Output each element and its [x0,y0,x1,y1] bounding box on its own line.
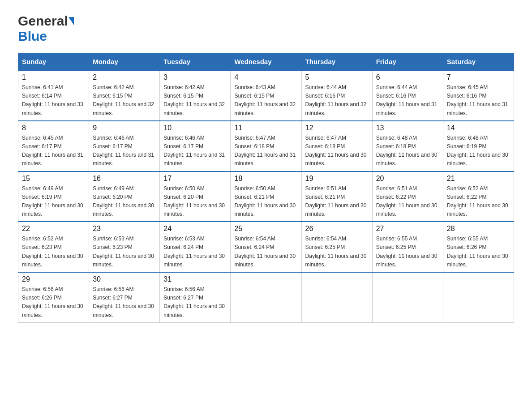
day-number: 25 [234,225,297,233]
calendar-cell: 21 Sunrise: 6:52 AM Sunset: 6:22 PM Dayl… [443,171,514,222]
calendar-cell: 8 Sunrise: 6:45 AM Sunset: 6:17 PM Dayli… [18,121,89,171]
day-info: Sunrise: 6:50 AM Sunset: 6:21 PM Dayligh… [234,184,297,219]
calendar-cell: 24 Sunrise: 6:53 AM Sunset: 6:24 PM Dayl… [160,222,231,272]
calendar-cell: 28 Sunrise: 6:55 AM Sunset: 6:26 PM Dayl… [443,222,514,272]
day-info: Sunrise: 6:47 AM Sunset: 6:18 PM Dayligh… [234,134,297,168]
calendar-cell [231,272,301,322]
day-info: Sunrise: 6:41 AM Sunset: 6:14 PM Dayligh… [22,83,85,118]
calendar-cell: 7 Sunrise: 6:45 AM Sunset: 6:16 PM Dayli… [443,70,514,121]
day-info: Sunrise: 6:45 AM Sunset: 6:17 PM Dayligh… [22,134,85,168]
day-info: Sunrise: 6:53 AM Sunset: 6:23 PM Dayligh… [93,235,156,269]
day-number: 16 [93,175,156,183]
day-number: 14 [447,124,510,132]
calendar-cell: 25 Sunrise: 6:54 AM Sunset: 6:24 PM Dayl… [231,222,301,272]
day-number: 22 [22,225,85,233]
day-number: 10 [163,124,227,132]
day-info: Sunrise: 6:51 AM Sunset: 6:22 PM Dayligh… [376,184,439,219]
day-number: 1 [22,73,85,81]
day-info: Sunrise: 6:52 AM Sunset: 6:23 PM Dayligh… [22,235,85,269]
day-info: Sunrise: 6:44 AM Sunset: 6:16 PM Dayligh… [376,83,439,118]
day-number: 28 [447,225,510,233]
day-info: Sunrise: 6:42 AM Sunset: 6:15 PM Dayligh… [93,83,156,118]
calendar-header-row: SundayMondayTuesdayWednesdayThursdayFrid… [18,53,514,71]
logo: General Blue [18,13,74,44]
calendar-week-row: 29 Sunrise: 6:56 AM Sunset: 6:26 PM Dayl… [18,272,514,322]
calendar-cell: 1 Sunrise: 6:41 AM Sunset: 6:14 PM Dayli… [18,70,89,121]
calendar-cell [301,272,372,322]
calendar-header-wednesday: Wednesday [231,53,301,71]
calendar-cell: 6 Sunrise: 6:44 AM Sunset: 6:16 PM Dayli… [372,70,443,121]
calendar-cell: 5 Sunrise: 6:44 AM Sunset: 6:16 PM Dayli… [301,70,372,121]
day-number: 4 [234,73,297,81]
calendar-header-monday: Monday [89,53,160,71]
logo-arrow-icon [69,17,74,25]
calendar-cell: 10 Sunrise: 6:46 AM Sunset: 6:17 PM Dayl… [160,121,231,171]
day-number: 26 [305,225,369,233]
calendar-cell: 20 Sunrise: 6:51 AM Sunset: 6:22 PM Dayl… [372,171,443,222]
day-number: 19 [305,175,369,183]
day-number: 9 [93,124,156,132]
day-number: 30 [93,275,156,283]
day-info: Sunrise: 6:46 AM Sunset: 6:17 PM Dayligh… [163,134,227,168]
calendar-cell: 3 Sunrise: 6:42 AM Sunset: 6:15 PM Dayli… [160,70,231,121]
calendar-header-sunday: Sunday [18,53,89,71]
calendar-cell: 17 Sunrise: 6:50 AM Sunset: 6:20 PM Dayl… [160,171,231,222]
day-info: Sunrise: 6:42 AM Sunset: 6:15 PM Dayligh… [163,83,227,118]
logo-text-blue: Blue [18,29,47,44]
day-info: Sunrise: 6:51 AM Sunset: 6:21 PM Dayligh… [305,184,369,219]
day-info: Sunrise: 6:56 AM Sunset: 6:26 PM Dayligh… [22,285,85,320]
day-info: Sunrise: 6:55 AM Sunset: 6:25 PM Dayligh… [376,235,439,269]
calendar-cell: 2 Sunrise: 6:42 AM Sunset: 6:15 PM Dayli… [89,70,160,121]
day-number: 6 [376,73,439,81]
calendar-cell: 26 Sunrise: 6:54 AM Sunset: 6:25 PM Dayl… [301,222,372,272]
page-header: General Blue [18,13,514,44]
day-info: Sunrise: 6:55 AM Sunset: 6:26 PM Dayligh… [447,235,510,269]
day-info: Sunrise: 6:50 AM Sunset: 6:20 PM Dayligh… [163,184,227,219]
calendar-cell: 19 Sunrise: 6:51 AM Sunset: 6:21 PM Dayl… [301,171,372,222]
calendar-cell: 12 Sunrise: 6:47 AM Sunset: 6:18 PM Dayl… [301,121,372,171]
day-info: Sunrise: 6:53 AM Sunset: 6:24 PM Dayligh… [163,235,227,269]
calendar-cell: 18 Sunrise: 6:50 AM Sunset: 6:21 PM Dayl… [231,171,301,222]
calendar-week-row: 22 Sunrise: 6:52 AM Sunset: 6:23 PM Dayl… [18,222,514,272]
day-number: 18 [234,175,297,183]
calendar-cell: 16 Sunrise: 6:49 AM Sunset: 6:20 PM Dayl… [89,171,160,222]
calendar-cell: 23 Sunrise: 6:53 AM Sunset: 6:23 PM Dayl… [89,222,160,272]
day-number: 12 [305,124,369,132]
day-number: 24 [163,225,227,233]
day-number: 20 [376,175,439,183]
calendar-cell: 22 Sunrise: 6:52 AM Sunset: 6:23 PM Dayl… [18,222,89,272]
calendar-cell: 15 Sunrise: 6:49 AM Sunset: 6:19 PM Dayl… [18,171,89,222]
calendar-week-row: 1 Sunrise: 6:41 AM Sunset: 6:14 PM Dayli… [18,70,514,121]
calendar-cell: 29 Sunrise: 6:56 AM Sunset: 6:26 PM Dayl… [18,272,89,322]
day-number: 15 [22,175,85,183]
calendar-cell [372,272,443,322]
day-info: Sunrise: 6:46 AM Sunset: 6:17 PM Dayligh… [93,134,156,168]
day-info: Sunrise: 6:49 AM Sunset: 6:20 PM Dayligh… [93,184,156,219]
day-number: 17 [163,175,227,183]
calendar-cell: 27 Sunrise: 6:55 AM Sunset: 6:25 PM Dayl… [372,222,443,272]
day-info: Sunrise: 6:52 AM Sunset: 6:22 PM Dayligh… [447,184,510,219]
day-info: Sunrise: 6:43 AM Sunset: 6:15 PM Dayligh… [234,83,297,118]
calendar-table: SundayMondayTuesdayWednesdayThursdayFrid… [18,53,514,323]
calendar-header-tuesday: Tuesday [160,53,231,71]
calendar-cell: 4 Sunrise: 6:43 AM Sunset: 6:15 PM Dayli… [231,70,301,121]
calendar-week-row: 8 Sunrise: 6:45 AM Sunset: 6:17 PM Dayli… [18,121,514,171]
day-info: Sunrise: 6:47 AM Sunset: 6:18 PM Dayligh… [305,134,369,168]
day-number: 29 [22,275,85,283]
calendar-header-saturday: Saturday [443,53,514,71]
day-number: 31 [163,275,227,283]
day-number: 2 [93,73,156,81]
calendar-cell: 11 Sunrise: 6:47 AM Sunset: 6:18 PM Dayl… [231,121,301,171]
day-info: Sunrise: 6:44 AM Sunset: 6:16 PM Dayligh… [305,83,369,118]
day-info: Sunrise: 6:49 AM Sunset: 6:19 PM Dayligh… [22,184,85,219]
day-number: 8 [22,124,85,132]
day-number: 13 [376,124,439,132]
day-info: Sunrise: 6:56 AM Sunset: 6:27 PM Dayligh… [163,285,227,320]
day-info: Sunrise: 6:54 AM Sunset: 6:24 PM Dayligh… [234,235,297,269]
calendar-cell: 13 Sunrise: 6:48 AM Sunset: 6:18 PM Dayl… [372,121,443,171]
calendar-cell: 14 Sunrise: 6:48 AM Sunset: 6:19 PM Dayl… [443,121,514,171]
day-number: 7 [447,73,510,81]
calendar-cell: 31 Sunrise: 6:56 AM Sunset: 6:27 PM Dayl… [160,272,231,322]
day-number: 21 [447,175,510,183]
calendar-cell: 9 Sunrise: 6:46 AM Sunset: 6:17 PM Dayli… [89,121,160,171]
